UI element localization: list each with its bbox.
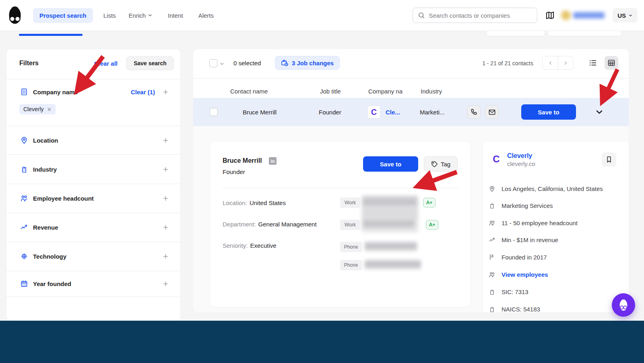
clear-company-filter-link[interactable]: Clear (1) — [131, 89, 155, 95]
phone-icon[interactable] — [467, 105, 481, 119]
row-company-link[interactable]: Cle... — [386, 109, 400, 116]
job-changes-button[interactable]: 3 Job changes — [275, 56, 340, 70]
table-row[interactable]: Bruce Merrill Founder C Cle... Marketi..… — [193, 98, 629, 126]
detail-job-title: Founder — [223, 168, 245, 175]
column-contact-name[interactable]: Contact name — [230, 88, 268, 95]
nav-enrich[interactable]: Enrich — [129, 12, 153, 19]
company-attr-sic: SIC: 7313 — [489, 287, 528, 297]
company-attr-location: Los Angeles, California, United States — [489, 184, 603, 193]
column-company-name[interactable]: Company na — [368, 88, 402, 95]
email-grade-badge: A+ — [426, 220, 438, 230]
sidebar-item-technology[interactable]: Technology — [20, 251, 169, 262]
redacted-work-email — [363, 219, 415, 229]
row-job-title: Founder — [319, 109, 341, 116]
clear-all-link[interactable]: Clear all — [94, 60, 118, 67]
industry-building-icon — [489, 202, 495, 209]
search-input[interactable] — [429, 12, 532, 19]
company-website[interactable]: cleverly.co — [507, 160, 535, 167]
column-industry[interactable]: Industry — [421, 88, 442, 95]
trend-up-icon — [489, 236, 495, 243]
assistant-fab[interactable] — [612, 293, 635, 317]
company-logo: C — [368, 106, 380, 118]
briefcase-clock-icon — [281, 59, 289, 67]
field-seniority: Seniority: Executive — [223, 242, 277, 249]
active-tab-underline — [19, 34, 83, 36]
email-grade-badge: A+ — [423, 198, 436, 207]
bookmark-button[interactable] — [602, 152, 616, 167]
nav-lists[interactable]: Lists — [103, 12, 116, 19]
company-panel: C Cleverly cleverly.co Los Angeles, Cali… — [483, 142, 629, 312]
company-building-icon — [20, 88, 29, 96]
flag-icon — [489, 254, 495, 261]
pagination — [542, 56, 574, 70]
region-selector[interactable]: US — [613, 8, 638, 23]
map-icon[interactable] — [545, 11, 555, 20]
global-search[interactable] — [413, 8, 537, 23]
chip-icon — [20, 252, 29, 260]
row-save-to-button[interactable]: Save to — [521, 104, 576, 120]
sidebar-item-location[interactable]: Location — [20, 135, 169, 146]
redacted-phone — [365, 242, 417, 251]
top-nav: Prospect search Lists Enrich Intent Aler… — [0, 0, 644, 31]
work-email-type: Work — [340, 220, 360, 230]
filter-company-name-label: Company name — [33, 89, 78, 95]
collapse-row-chevron-icon[interactable] — [595, 108, 604, 116]
filters-title: Filters — [19, 60, 39, 67]
detail-contact-name: Bruce Merrill — [223, 157, 262, 164]
add-company-filter-icon[interactable] — [162, 89, 169, 95]
filter-label: Revenue — [33, 224, 58, 231]
row-industry: Marketi... — [420, 109, 445, 116]
list-view-button[interactable] — [586, 56, 600, 70]
filter-label: Industry — [33, 166, 57, 173]
column-job-title[interactable]: Job title — [320, 88, 341, 95]
add-location-filter-icon[interactable] — [162, 137, 169, 144]
selected-count: 0 selected — [233, 60, 261, 66]
sidebar-item-revenue[interactable]: Revenue — [20, 222, 169, 233]
detail-save-to-button[interactable]: Save to — [363, 156, 418, 172]
grid-view-button[interactable] — [605, 56, 618, 70]
row-contact-name[interactable]: Bruce Merrill — [243, 109, 277, 116]
prospect-search-app: Prospect search Lists Enrich Intent Aler… — [0, 0, 644, 363]
nav-intent[interactable]: Intent — [168, 12, 183, 19]
people-icon — [20, 194, 29, 202]
brand-owl-logo-icon[interactable] — [6, 5, 23, 25]
remove-chip-icon[interactable] — [47, 107, 52, 112]
sidebar-item-industry[interactable]: Industry — [20, 164, 169, 175]
prev-page-button[interactable] — [543, 56, 558, 69]
field-location: Location: United States — [223, 199, 286, 206]
add-headcount-filter-icon[interactable] — [162, 195, 169, 202]
company-logo: C — [489, 152, 503, 166]
results-panel: 0 selected 3 Job changes 1 - 21 of 21 co… — [193, 49, 629, 312]
work-email-type: Work — [340, 197, 360, 208]
industry-building-icon — [20, 165, 29, 173]
linkedin-icon[interactable]: in — [269, 157, 277, 165]
credits-badge-blurred — [561, 10, 606, 21]
save-search-button[interactable]: Save search — [126, 56, 174, 70]
add-year-founded-filter-icon[interactable] — [162, 280, 169, 287]
tag-button[interactable]: Tag — [424, 156, 458, 172]
email-icon[interactable] — [485, 105, 499, 119]
sidebar-item-employee-headcount[interactable]: Employee headcount — [20, 193, 169, 204]
sidebar-item-year-founded[interactable]: Year founded — [20, 278, 169, 289]
add-industry-filter-icon[interactable] — [162, 166, 169, 173]
calendar-icon — [20, 280, 29, 288]
redacted-phone — [365, 260, 421, 269]
view-employees-link[interactable]: View employees — [489, 270, 548, 279]
company-name-link[interactable]: Cleverly — [507, 152, 532, 160]
nav-alerts[interactable]: Alerts — [198, 12, 214, 19]
nav-prospect-search[interactable]: Prospect search — [33, 8, 93, 23]
next-page-button[interactable] — [558, 56, 573, 69]
select-dropdown-chevron-icon[interactable] — [219, 61, 225, 66]
add-revenue-filter-icon[interactable] — [162, 224, 169, 231]
industry-building-icon — [489, 306, 495, 313]
row-checkbox[interactable] — [210, 108, 218, 116]
phone-type: Phone — [340, 242, 362, 252]
company-filter-chip[interactable]: Cleverly — [19, 104, 56, 114]
filter-label: Location — [33, 137, 58, 144]
chevron-down-icon — [148, 13, 153, 18]
redacted-work-email — [363, 197, 417, 207]
select-all-checkbox[interactable] — [209, 59, 217, 67]
search-icon — [418, 12, 425, 19]
location-pin-icon — [20, 136, 29, 144]
add-technology-filter-icon[interactable] — [162, 253, 169, 260]
